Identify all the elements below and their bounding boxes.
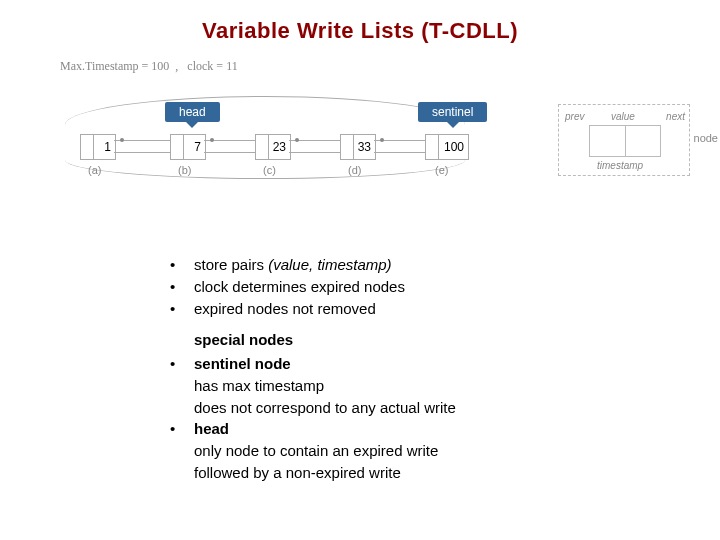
- legend-value: value: [611, 111, 635, 122]
- bullet-row: • clock determines expired nodes: [170, 276, 720, 298]
- legend-box: prev value next timestamp: [558, 104, 690, 176]
- dot-de: [380, 138, 384, 142]
- legend-prev: prev: [565, 111, 584, 122]
- link-bc-bot: [204, 152, 255, 153]
- node-b-label: (b): [178, 164, 191, 176]
- bullet-line: has max timestamp: [194, 377, 324, 394]
- node-c-label: (c): [263, 164, 276, 176]
- link-cd-bot: [289, 152, 340, 153]
- clock-value: 11: [226, 59, 238, 73]
- bullet-icon: •: [170, 276, 194, 298]
- link-ab-bot: [114, 152, 170, 153]
- node-c-value: 23: [273, 135, 286, 159]
- node-b: 7: [170, 134, 206, 160]
- legend-timestamp: timestamp: [597, 160, 643, 171]
- legend-node-label: node: [694, 132, 718, 144]
- page-title: Variable Write Lists (T-CDLL): [0, 18, 720, 44]
- dot-cd: [295, 138, 299, 142]
- bullet-row: • expired nodes not removed: [170, 298, 720, 320]
- node-e-label: (e): [435, 164, 448, 176]
- max-ts-value: 100: [151, 59, 169, 73]
- bullet-row: • head only node to contain an expired w…: [170, 418, 720, 483]
- sentinel-callout: sentinel: [418, 102, 487, 122]
- node-d-label: (d): [348, 164, 361, 176]
- bullet-icon: •: [170, 418, 194, 483]
- bullet-ital: (value, timestamp): [268, 256, 391, 273]
- node-a-label: (a): [88, 164, 101, 176]
- bullet-line: only node to contain an expired write: [194, 442, 438, 459]
- bullet-line: followed by a non-expired write: [194, 464, 401, 481]
- bullet-icon: •: [170, 254, 194, 276]
- bullet-row: • store pairs (value, timestamp): [170, 254, 720, 276]
- max-ts-label: Max.Timestamp: [60, 59, 139, 73]
- link-de-bot: [374, 152, 425, 153]
- node-d: 33: [340, 134, 376, 160]
- node-e-value: 100: [444, 135, 464, 159]
- node-d-value: 33: [358, 135, 371, 159]
- bullet-lead: head: [194, 420, 229, 437]
- node-e: 100: [425, 134, 469, 160]
- bullet-section: • store pairs (value, timestamp) • clock…: [170, 254, 720, 484]
- bullet-text: expired nodes not removed: [194, 298, 720, 320]
- bullet-line: does not correspond to any actual write: [194, 399, 456, 416]
- bullet-lead: sentinel node: [194, 355, 291, 372]
- legend-node-box: [589, 125, 661, 157]
- node-a: 1: [80, 134, 116, 160]
- dot-ab: [120, 138, 124, 142]
- bullet-icon: •: [170, 298, 194, 320]
- dot-bc: [210, 138, 214, 142]
- subheading: special nodes: [194, 329, 720, 351]
- node-a-value: 1: [104, 135, 111, 159]
- head-callout: head: [165, 102, 220, 122]
- list-arc-top: [65, 96, 465, 125]
- clock-label: clock: [187, 59, 213, 73]
- bullet-text: store pairs: [194, 256, 268, 273]
- diagram-meta: Max.Timestamp = 100, clock = 11: [60, 59, 238, 74]
- bullet-text: clock determines expired nodes: [194, 276, 720, 298]
- diagram-area: Max.Timestamp = 100, clock = 11 1 (a) 7 …: [30, 84, 690, 224]
- bullet-icon: •: [170, 353, 194, 418]
- node-b-value: 7: [194, 135, 201, 159]
- node-c: 23: [255, 134, 291, 160]
- legend-next: next: [666, 111, 685, 122]
- bullet-row: • sentinel node has max timestamp does n…: [170, 353, 720, 418]
